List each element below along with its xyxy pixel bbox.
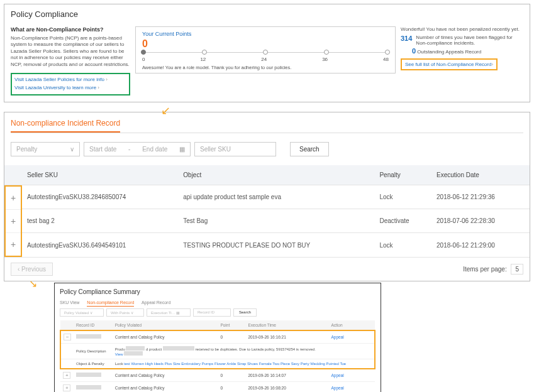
points-value: 0 xyxy=(142,38,389,50)
tab-non-compliance[interactable]: Non-compliance Record xyxy=(87,300,134,307)
summary-tabs: SKU View Non-compliance Record Appeal Re… xyxy=(60,300,375,305)
expand-button[interactable]: + xyxy=(6,210,21,233)
policy-cell: Content and Catalog Policy xyxy=(113,330,218,344)
cell-penalty: Lock xyxy=(374,233,431,257)
summary-title: Policy Compliance Summary xyxy=(60,288,375,295)
cell-object: api update product test sample eva xyxy=(178,185,374,209)
appeal-link[interactable]: Appeal xyxy=(329,369,375,382)
col-exec-time: Execution Time xyxy=(245,320,328,330)
tab-appeal-record[interactable]: Appeal Record xyxy=(142,300,170,305)
expand-button[interactable]: + xyxy=(6,233,21,256)
col-execution-date: Execution Date xyxy=(431,165,530,185)
items-per-page-value[interactable]: 5 xyxy=(511,264,523,275)
outstanding-count: 0 xyxy=(412,47,416,55)
link-full-compliance-record[interactable]: See full list of Non-Compliance Record xyxy=(405,62,493,67)
object-penalty-label: Object & Penalty xyxy=(74,359,113,369)
time-cell: 2019-09-26 16:16:21 xyxy=(245,330,328,344)
with-points-dropdown[interactable]: With Points ∨ xyxy=(106,308,144,317)
link-seller-policies[interactable]: Visit Lazada Seller Policies for more in… xyxy=(14,76,126,84)
col-seller-sku: Seller SKU xyxy=(22,165,178,185)
policy-violated-dropdown[interactable]: Policy Violated ∨ xyxy=(60,308,104,317)
previous-button[interactable]: ‹ Previous xyxy=(11,263,53,276)
expand-column-box: + + + xyxy=(4,185,22,257)
items-per-page: Items per page: 5 xyxy=(463,264,523,275)
tick-12: 12 xyxy=(200,57,206,62)
summary-search-button[interactable]: Search xyxy=(233,308,257,317)
tick-24: 24 xyxy=(261,57,267,62)
point-cell: 0 xyxy=(218,381,245,392)
points-card: Your Current Points 0 0 12 24 36 48 Awes… xyxy=(135,26,396,74)
cell-object: TESTING PRODUCT PLEASE DO NOT BUY xyxy=(178,233,374,257)
tick-48: 48 xyxy=(383,57,389,62)
date-range-input[interactable]: Start date- End date ▦ xyxy=(84,142,191,156)
policy-description-label: Policy Description xyxy=(74,343,113,359)
policy-cell: Content and Catalog Policy xyxy=(113,369,218,382)
flagged-text: Number of times you have been flagged fo… xyxy=(416,35,523,46)
ncp-info-block: What are Non-Compliance Points? Non-Comp… xyxy=(11,26,130,95)
tick-0: 0 xyxy=(142,57,145,62)
amber-full-list-box: See full list of Non-Compliance Record xyxy=(401,58,498,70)
cell-sku: test bag 2 xyxy=(22,209,178,233)
record-title: Non-compliance Incident Record xyxy=(11,119,120,133)
ncp-question: What are Non-Compliance Points? xyxy=(11,26,130,33)
col-action: Action xyxy=(329,320,375,330)
point-cell: 0 xyxy=(218,369,245,382)
penalty-dropdown[interactable]: Penalty ∨ xyxy=(11,142,80,156)
execution-time-input[interactable]: Execution Ti… ▦ xyxy=(147,308,191,317)
seller-sku-input[interactable]: Seller SKU xyxy=(194,142,276,156)
wonderful-text: Wonderful! You have not been penalized r… xyxy=(401,26,523,32)
view-link[interactable]: View xyxy=(115,352,123,356)
cell-sku: AutotestingEvaSKU38.2846850074 xyxy=(22,185,178,209)
incident-table: Seller SKU Object Penalty Execution Date… xyxy=(4,165,530,258)
summary-filters: Policy Violated ∨ With Points ∨ Executio… xyxy=(60,308,375,317)
ncp-description: Non-Compliance Points (NCP) are a points… xyxy=(11,35,130,68)
policy-description-text: Produ d product received to be duplicate… xyxy=(113,343,375,359)
chevron-down-icon: ∨ xyxy=(70,146,74,153)
appeal-link[interactable]: Appeal xyxy=(329,381,375,392)
expand-button[interactable]: + xyxy=(6,187,21,210)
col-point: Point xyxy=(218,320,245,330)
green-link-box: Visit Lazada Seller Policies for more in… xyxy=(11,73,130,95)
flagged-count: 314 xyxy=(401,35,412,42)
collapse-button[interactable]: − xyxy=(64,334,71,340)
record-id-cell xyxy=(76,373,101,377)
record-id-input[interactable]: Record ID xyxy=(193,308,231,317)
search-button[interactable]: Search xyxy=(290,142,329,156)
cell-date: 2018-06-12 21:29:00 xyxy=(431,233,530,257)
cell-penalty: Deactivate xyxy=(374,209,431,233)
link-lazada-university[interactable]: Visit Lazada University to learn more xyxy=(14,84,126,92)
incident-record-panel: Non-compliance Incident Record Penalty ∨… xyxy=(4,112,530,281)
product-link[interactable]: test Women High Heels Plus Size Embroide… xyxy=(124,362,346,366)
points-scale xyxy=(143,52,387,53)
cell-sku: AutotestingEvaSKU36.6494549101 xyxy=(22,233,178,257)
expand-button[interactable]: + xyxy=(63,384,70,391)
point-cell: 0 xyxy=(218,330,245,344)
cell-date: 2018-07-06 22:28:30 xyxy=(431,209,530,233)
highlighted-row-group: − Content and Catalog Policy 0 2019-09-2… xyxy=(60,330,375,369)
record-id-cell xyxy=(76,334,101,339)
points-label: Your Current Points xyxy=(142,31,389,37)
cell-object: Test Bag xyxy=(178,209,374,233)
role-model-text: Awesome! You are a role model. Thank you… xyxy=(142,65,389,70)
cell-penalty: Lock xyxy=(374,185,431,209)
time-cell: 2019-09-26 16:08:20 xyxy=(245,381,328,392)
calendar-icon: ▦ xyxy=(179,146,185,153)
outstanding-text: Outstanding Appeals Record xyxy=(417,49,481,55)
policy-cell: Content and Catalog Policy xyxy=(113,381,218,392)
record-id-cell xyxy=(76,385,101,389)
record-footer: ‹ Previous Items per page: 5 xyxy=(4,258,530,281)
cell-date: 2018-06-12 21:29:36 xyxy=(431,185,530,209)
col-object: Object xyxy=(178,165,374,185)
object-penalty-text: Lock test Women High Heels Plus Size Emb… xyxy=(113,359,375,369)
expand-button[interactable]: + xyxy=(63,372,70,379)
penalty-summary-block: Wonderful! You have not been penalized r… xyxy=(401,26,523,70)
tick-36: 36 xyxy=(322,57,328,62)
record-filters: Penalty ∨ Start date- End date ▦ Seller … xyxy=(4,133,530,165)
policy-summary-panel: Policy Compliance Summary SKU View Non-c… xyxy=(54,283,381,392)
col-policy: Policy Violated xyxy=(113,320,218,330)
summary-table: Record ID Policy Violated Point Executio… xyxy=(60,320,375,392)
col-record-id: Record ID xyxy=(74,320,113,330)
tab-sku-view[interactable]: SKU View xyxy=(60,300,79,305)
col-penalty: Penalty xyxy=(374,165,431,185)
appeal-link[interactable]: Appeal xyxy=(329,330,375,344)
